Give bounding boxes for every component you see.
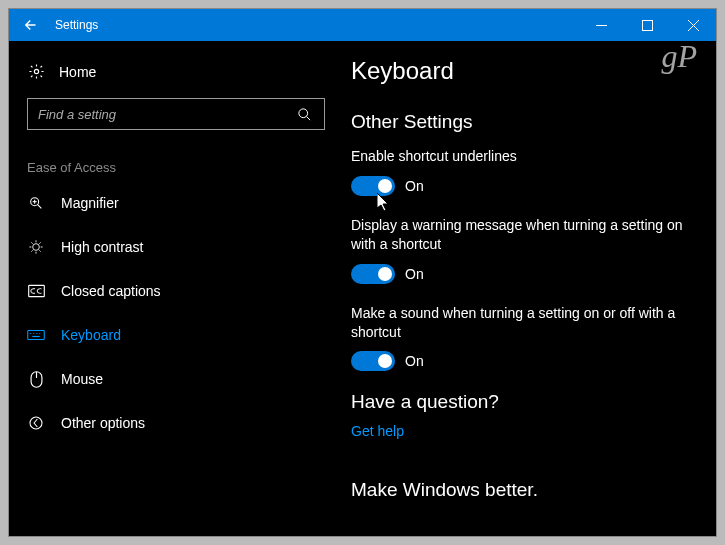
sidebar-item-label: Keyboard	[61, 327, 121, 343]
other-options-icon	[27, 415, 45, 431]
sidebar-item-keyboard[interactable]: Keyboard	[27, 313, 329, 357]
sidebar-item-label: Magnifier	[61, 195, 119, 211]
svg-point-21	[30, 417, 42, 429]
sidebar-item-mouse[interactable]: Mouse	[27, 357, 329, 401]
toggle-knob	[378, 179, 392, 193]
sidebar-item-magnifier[interactable]: Magnifier	[27, 181, 329, 225]
maximize-icon	[642, 20, 653, 31]
question-heading: Have a question?	[351, 391, 686, 413]
sidebar-item-label: High contrast	[61, 239, 143, 255]
svg-point-4	[34, 69, 38, 73]
setting-label: Display a warning message when turning a…	[351, 216, 686, 254]
feedback-heading: Make Windows better.	[351, 479, 686, 501]
arrow-left-icon	[22, 16, 40, 34]
toggle-warning-message[interactable]	[351, 264, 395, 284]
toggle-state: On	[405, 266, 424, 282]
svg-rect-13	[28, 331, 45, 340]
mouse-icon	[27, 371, 45, 388]
magnifier-icon	[27, 195, 45, 211]
sidebar: Home Ease of Access Magnifier High c	[9, 41, 329, 536]
svg-point-11	[33, 244, 40, 251]
svg-line-10	[38, 205, 42, 209]
section-heading: Other Settings	[351, 111, 686, 133]
titlebar: Settings	[9, 9, 716, 41]
home-button[interactable]: Home	[27, 53, 329, 94]
toggle-knob	[378, 354, 392, 368]
toggle-shortcut-underlines[interactable]	[351, 176, 395, 196]
sidebar-item-label: Other options	[61, 415, 145, 431]
sidebar-item-label: Closed captions	[61, 283, 161, 299]
section-title: Ease of Access	[27, 160, 329, 175]
sidebar-item-other-options[interactable]: Other options	[27, 401, 329, 445]
close-button[interactable]	[670, 9, 716, 41]
closed-captions-icon	[27, 284, 45, 298]
minimize-icon	[596, 20, 607, 31]
setting-label: Make a sound when turning a setting on o…	[351, 304, 686, 342]
maximize-button[interactable]	[624, 9, 670, 41]
keyboard-icon	[27, 329, 45, 341]
svg-point-5	[298, 108, 307, 117]
sidebar-item-high-contrast[interactable]: High contrast	[27, 225, 329, 269]
sidebar-item-label: Mouse	[61, 371, 103, 387]
close-icon	[688, 20, 699, 31]
gear-icon	[27, 63, 45, 80]
toggle-state: On	[405, 178, 424, 194]
sidebar-item-closed-captions[interactable]: Closed captions	[27, 269, 329, 313]
get-help-link[interactable]: Get help	[351, 423, 686, 439]
toggle-state: On	[405, 353, 424, 369]
toggle-sound[interactable]	[351, 351, 395, 371]
page-title: Keyboard	[351, 57, 686, 85]
search-input[interactable]	[38, 107, 284, 122]
home-label: Home	[59, 64, 96, 80]
contrast-icon	[27, 239, 45, 255]
toggle-knob	[378, 267, 392, 281]
setting-label: Enable shortcut underlines	[351, 147, 686, 166]
back-button[interactable]	[9, 9, 53, 41]
main-content: Keyboard Other Settings Enable shortcut …	[329, 41, 716, 536]
search-icon	[284, 107, 324, 122]
search-box[interactable]	[27, 98, 325, 130]
minimize-button[interactable]	[578, 9, 624, 41]
svg-line-6	[306, 116, 310, 120]
svg-rect-1	[642, 20, 652, 30]
window-title: Settings	[55, 18, 98, 32]
